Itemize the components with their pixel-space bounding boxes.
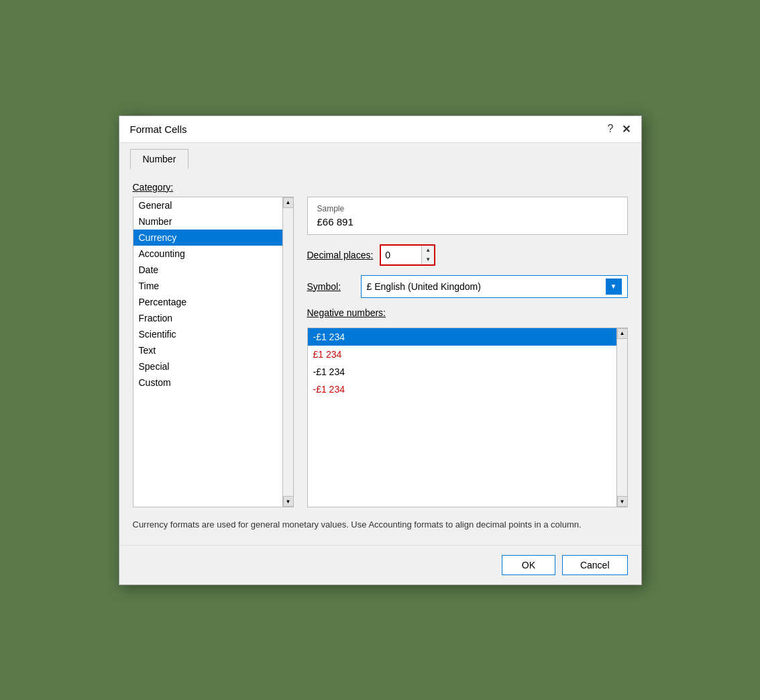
negative-list-item[interactable]: -£1 234	[308, 328, 627, 346]
tab-number[interactable]: Number	[130, 149, 189, 169]
negative-list-item[interactable]: £1 234	[308, 346, 627, 363]
category-list-item[interactable]: Percentage	[133, 294, 293, 310]
neg-scroll-up-btn[interactable]: ▲	[617, 328, 628, 339]
decimal-places-row: Decimal places: ▲ ▼	[307, 244, 628, 266]
category-list-item[interactable]: General	[133, 197, 293, 213]
category-list-item[interactable]: Fraction	[133, 310, 293, 326]
category-list-item[interactable]: Text	[133, 342, 293, 358]
category-list-item[interactable]: Date	[133, 262, 293, 278]
spinner-down-btn[interactable]: ▼	[422, 255, 434, 264]
symbol-row: Symbol: £ English (United Kingdom) ▼	[307, 275, 628, 298]
scroll-down-btn[interactable]: ▼	[283, 496, 294, 507]
category-label: Category:	[133, 182, 628, 193]
category-list-container: GeneralNumberCurrencyAccountingDateTimeP…	[133, 197, 294, 508]
symbol-dropdown-chevron[interactable]: ▼	[606, 279, 622, 295]
sample-box: Sample £66 891	[307, 197, 628, 235]
category-list-item[interactable]: Currency	[133, 230, 293, 246]
decimal-places-input[interactable]	[381, 246, 421, 264]
category-list-item[interactable]: Scientific	[133, 326, 293, 342]
symbol-label: Symbol:	[307, 281, 354, 292]
title-bar: Format Cells ? ✕	[119, 116, 641, 143]
spinner-buttons: ▲ ▼	[421, 246, 434, 264]
dialog-title: Format Cells	[130, 123, 187, 135]
negative-numbers-label: Negative numbers:	[307, 307, 628, 318]
dialog-footer: OK Cancel	[119, 545, 641, 585]
title-bar-controls: ? ✕	[608, 123, 631, 136]
category-scrollbar: ▲ ▼	[282, 197, 293, 507]
format-cells-dialog: Format Cells ? ✕ Number Category: Genera…	[119, 115, 642, 585]
sample-label: Sample	[317, 204, 618, 213]
decimal-input-wrapper: ▲ ▼	[380, 244, 435, 266]
cancel-button[interactable]: Cancel	[562, 555, 628, 575]
category-list-item[interactable]: Time	[133, 278, 293, 294]
scroll-up-btn[interactable]: ▲	[283, 197, 294, 208]
ok-button[interactable]: OK	[502, 555, 555, 575]
main-area: GeneralNumberCurrencyAccountingDateTimeP…	[133, 197, 628, 508]
spinner-up-btn[interactable]: ▲	[422, 246, 434, 255]
help-button[interactable]: ?	[608, 123, 614, 135]
symbol-dropdown-value: £ English (United Kingdom)	[367, 281, 481, 292]
negative-list-container: -£1 234£1 234-£1 234-£1 234 ▲ ▼	[307, 328, 628, 508]
right-panel: Sample £66 891 Decimal places: ▲ ▼	[307, 197, 628, 508]
category-list-item[interactable]: Accounting	[133, 246, 293, 262]
sample-value: £66 891	[317, 216, 618, 228]
description-text: Currency formats are used for general mo…	[133, 518, 628, 532]
category-list-item[interactable]: Number	[133, 213, 293, 230]
negative-list-item[interactable]: -£1 234	[308, 381, 627, 398]
negative-scrollbar: ▲ ▼	[616, 328, 627, 507]
close-button[interactable]: ✕	[622, 123, 631, 136]
tabs-container: Number	[119, 143, 641, 168]
dialog-content: Category: GeneralNumberCurrencyAccountin…	[119, 168, 641, 545]
symbol-dropdown[interactable]: £ English (United Kingdom) ▼	[361, 275, 628, 298]
negative-list: -£1 234£1 234-£1 234-£1 234	[308, 328, 627, 507]
category-list-item[interactable]: Custom	[133, 374, 293, 391]
neg-scroll-down-btn[interactable]: ▼	[617, 496, 628, 507]
category-list: GeneralNumberCurrencyAccountingDateTimeP…	[133, 197, 293, 507]
category-list-item[interactable]: Special	[133, 358, 293, 374]
negative-list-item[interactable]: -£1 234	[308, 363, 627, 381]
decimal-places-label: Decimal places:	[307, 250, 374, 260]
